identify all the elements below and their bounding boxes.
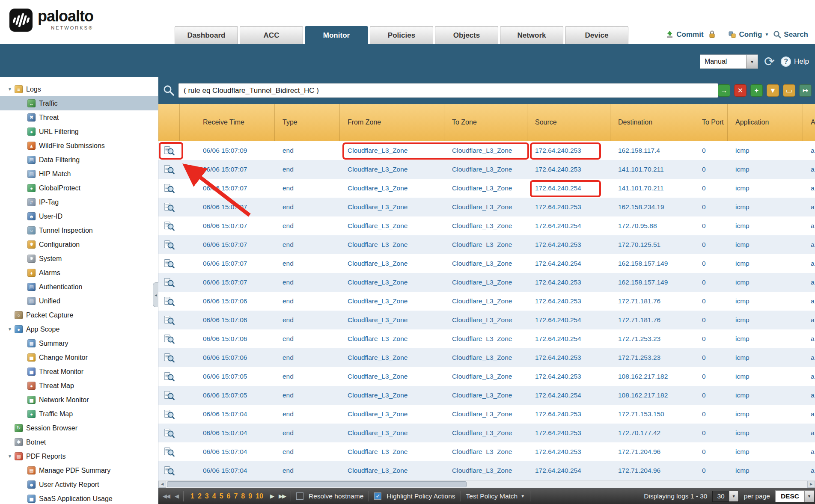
cell-from_zone[interactable]: Cloudflare_L3_Zone xyxy=(340,222,444,230)
search-button[interactable]: Search xyxy=(773,30,808,39)
col-header-type[interactable]: Type xyxy=(275,104,340,141)
tab-network[interactable]: Network xyxy=(500,26,563,44)
sidebar-item-traffic-map[interactable]: ●Traffic Map xyxy=(0,407,158,421)
tab-objects[interactable]: Objects xyxy=(435,26,498,44)
cell-destination[interactable]: 172.71.204.96 xyxy=(610,448,694,456)
tab-acc[interactable]: ACC xyxy=(240,26,303,44)
col-header-from_zone[interactable]: From Zone xyxy=(340,104,444,141)
sidebar-item-threat-map[interactable]: ●Threat Map xyxy=(0,379,158,393)
sidebar-item-traffic[interactable]: ↔Traffic xyxy=(0,96,158,110)
cell-from_zone[interactable]: Cloudflare_L3_Zone xyxy=(340,373,444,380)
cell-action[interactable]: a xyxy=(803,335,815,343)
cell-to_port[interactable]: 0 xyxy=(694,391,728,399)
cell-from_zone[interactable]: Cloudflare_L3_Zone xyxy=(340,203,444,211)
cell-destination[interactable]: 162.158.117.4 xyxy=(610,147,694,154)
sidebar-item-app-scope[interactable]: ▼●App Scope xyxy=(0,322,158,336)
page-5[interactable]: 5 xyxy=(220,492,223,500)
cell-to_zone[interactable]: Cloudflare_L3_Zone xyxy=(444,354,527,362)
cell-destination[interactable]: 172.71.181.76 xyxy=(610,316,694,324)
cell-to_zone[interactable]: Cloudflare_L3_Zone xyxy=(444,241,527,249)
cell-type[interactable]: end xyxy=(275,279,340,286)
cell-destination[interactable]: 172.70.177.42 xyxy=(610,429,694,437)
expand-caret-icon[interactable]: ▼ xyxy=(5,87,15,92)
cell-application[interactable]: icmp xyxy=(728,166,803,173)
cell-application[interactable]: icmp xyxy=(728,448,803,456)
cell-to_zone[interactable]: Cloudflare_L3_Zone xyxy=(444,429,527,437)
cell-type[interactable]: end xyxy=(275,260,340,267)
col-header-to_zone[interactable]: To Zone xyxy=(444,104,527,141)
cell-to_zone[interactable]: Cloudflare_L3_Zone xyxy=(444,335,527,343)
cell-action[interactable]: a xyxy=(803,184,815,192)
cell-source[interactable]: 172.64.240.253 xyxy=(527,241,610,249)
cell-type[interactable]: end xyxy=(275,184,340,192)
log-filter-input[interactable] xyxy=(178,83,718,98)
cell-to_zone[interactable]: Cloudflare_L3_Zone xyxy=(444,166,527,173)
page-3[interactable]: 3 xyxy=(205,492,209,500)
cell-source[interactable]: 172.64.240.253 xyxy=(527,429,610,437)
cell-to_port[interactable]: 0 xyxy=(694,166,728,173)
log-detail-icon[interactable] xyxy=(158,315,180,325)
cell-application[interactable]: icmp xyxy=(728,297,803,305)
cell-source[interactable]: 172.64.240.254 xyxy=(527,391,610,399)
cell-receive_time[interactable]: 06/06 15:07:07 xyxy=(195,260,275,267)
sidebar-item-ip-tag[interactable]: #IP-Tag xyxy=(0,195,158,209)
sidebar-item-saas-application-usage[interactable]: ▅SaaS Application Usage xyxy=(0,492,158,504)
cell-from_zone[interactable]: Cloudflare_L3_Zone xyxy=(340,241,444,249)
cell-to_port[interactable]: 0 xyxy=(694,147,728,154)
cell-to_zone[interactable]: Cloudflare_L3_Zone xyxy=(444,279,527,286)
cell-source[interactable]: 172.64.240.254 xyxy=(527,184,610,192)
log-detail-icon[interactable] xyxy=(158,447,180,457)
sidebar-item-manage-pdf-summary[interactable]: ▤Manage PDF Summary xyxy=(0,463,158,477)
sidebar-item-wildfire-submissions[interactable]: ▲WildFire Submissions xyxy=(0,139,158,153)
cell-receive_time[interactable]: 06/06 15:07:04 xyxy=(195,448,275,456)
cell-receive_time[interactable]: 06/06 15:07:06 xyxy=(195,354,275,362)
cell-from_zone[interactable]: Cloudflare_L3_Zone xyxy=(340,354,444,362)
tab-dashboard[interactable]: Dashboard xyxy=(175,26,238,44)
cell-from_zone[interactable]: Cloudflare_L3_Zone xyxy=(340,184,444,192)
cell-application[interactable]: icmp xyxy=(728,391,803,399)
sidebar-item-threat[interactable]: ✖Threat xyxy=(0,110,158,125)
cell-destination[interactable]: 162.158.157.149 xyxy=(610,260,694,267)
expand-caret-icon[interactable]: ▼ xyxy=(5,327,15,332)
col-header-source[interactable]: Source xyxy=(527,104,610,141)
cell-to_port[interactable]: 0 xyxy=(694,297,728,305)
cell-from_zone[interactable]: Cloudflare_L3_Zone xyxy=(340,166,444,173)
cell-source[interactable]: 172.64.240.253 xyxy=(527,279,610,286)
next-page-button[interactable]: ▶ xyxy=(270,493,274,499)
cell-action[interactable]: a xyxy=(803,429,815,437)
cell-action[interactable]: a xyxy=(803,448,815,456)
cell-type[interactable]: end xyxy=(275,429,340,437)
cell-action[interactable]: a xyxy=(803,297,815,305)
cell-action[interactable]: a xyxy=(803,279,815,286)
log-detail-icon[interactable] xyxy=(158,165,180,175)
log-detail-icon[interactable] xyxy=(158,221,180,231)
sidebar-collapse-handle[interactable]: ◂ xyxy=(153,282,158,307)
cell-to_zone[interactable]: Cloudflare_L3_Zone xyxy=(444,448,527,456)
cell-action[interactable]: a xyxy=(803,373,815,380)
cell-source[interactable]: 172.64.240.253 xyxy=(527,297,610,305)
cell-action[interactable]: a xyxy=(803,316,815,324)
test-policy-match-button[interactable]: Test Policy Match ▼ xyxy=(466,492,525,500)
cell-type[interactable]: end xyxy=(275,166,340,173)
cell-destination[interactable]: 141.101.70.211 xyxy=(610,184,694,192)
sidebar-item-user-activity-report[interactable]: ☻User Activity Report xyxy=(0,477,158,492)
cell-source[interactable]: 172.64.240.253 xyxy=(527,354,610,362)
cell-source[interactable]: 172.64.240.253 xyxy=(527,203,610,211)
cell-to_port[interactable]: 0 xyxy=(694,335,728,343)
highlight-policy-checkbox[interactable]: ✓ xyxy=(374,492,381,500)
scrollbar-thumb[interactable] xyxy=(167,481,467,487)
cell-application[interactable]: icmp xyxy=(728,279,803,286)
commit-button[interactable]: Commit xyxy=(666,30,703,39)
cell-type[interactable]: end xyxy=(275,467,340,474)
cell-application[interactable]: icmp xyxy=(728,260,803,267)
cell-from_zone[interactable]: Cloudflare_L3_Zone xyxy=(340,467,444,474)
cell-receive_time[interactable]: 06/06 15:07:07 xyxy=(195,279,275,286)
log-detail-icon[interactable] xyxy=(158,278,180,288)
export-filter-icon[interactable]: ↦ xyxy=(799,84,812,97)
first-page-button[interactable]: ◀◀ xyxy=(163,493,170,499)
cell-action[interactable]: a xyxy=(803,222,815,230)
cell-to_zone[interactable]: Cloudflare_L3_Zone xyxy=(444,147,527,154)
cell-application[interactable]: icmp xyxy=(728,241,803,249)
scroll-left-icon[interactable]: ◀ xyxy=(158,481,166,488)
cell-source[interactable]: 172.64.240.253 xyxy=(527,448,610,456)
